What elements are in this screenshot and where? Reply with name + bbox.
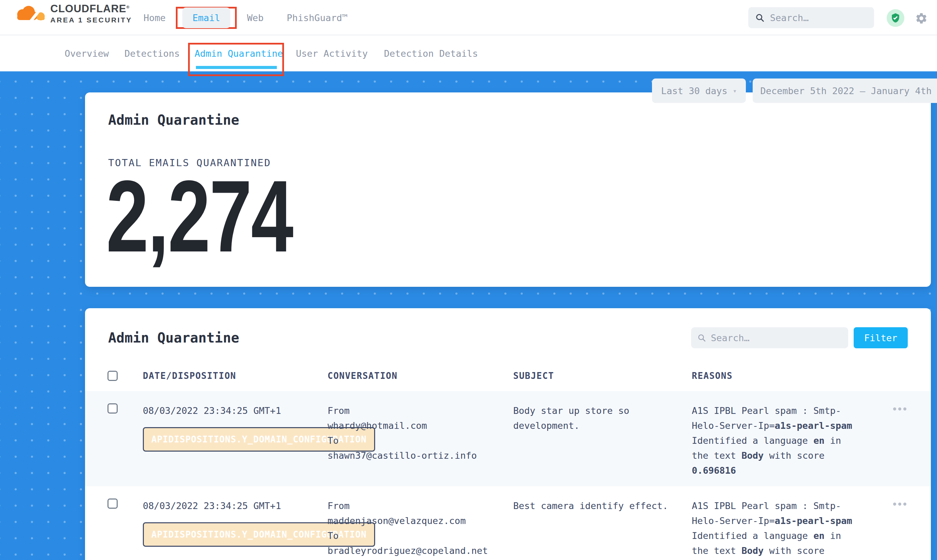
tab-detections[interactable]: Detections xyxy=(125,35,180,71)
to-label: To xyxy=(327,433,506,448)
table-row: 08/03/2022 23:34:25 GMT+1 APIDISPOSITION… xyxy=(85,391,931,486)
row-checkbox[interactable] xyxy=(108,403,118,414)
from-address: whardy@hotmail.com xyxy=(327,418,506,433)
global-search[interactable] xyxy=(748,7,874,28)
date-disposition-cell: 08/03/2022 23:34:25 GMT+1 APIDISPOSITION… xyxy=(143,403,327,452)
cloudflare-logo[interactable]: CLOUDFLARE® AREA 1 SECURITY xyxy=(12,3,132,24)
to-address: shawn37@castillo-ortiz.info xyxy=(327,448,506,463)
annotation-box: Email xyxy=(176,7,237,29)
table-card-title: Admin Quarantine xyxy=(108,330,239,346)
row-date: 08/03/2022 23:34:25 GMT+1 xyxy=(143,498,321,514)
from-label: From xyxy=(327,498,506,514)
page: CLOUDFLARE® AREA 1 SECURITY Home Email W… xyxy=(0,0,937,560)
table-search[interactable] xyxy=(691,327,848,348)
row-date: 08/03/2022 23:34:25 GMT+1 xyxy=(143,403,321,418)
nav-item-email[interactable]: Email xyxy=(182,8,230,28)
nav-item-phishguard[interactable]: PhishGuard™ xyxy=(279,12,355,23)
to-label: To xyxy=(327,528,506,543)
global-search-input[interactable] xyxy=(770,12,867,23)
select-all-checkbox[interactable] xyxy=(108,371,118,381)
summary-card-title: Admin Quarantine xyxy=(108,112,239,128)
shield-check-icon xyxy=(890,12,901,23)
conversation-cell: From maddenjason@velazquez.com To bradle… xyxy=(327,498,513,558)
tab-user-activity[interactable]: User Activity xyxy=(296,35,367,71)
ellipsis-icon xyxy=(893,503,896,506)
settings-button[interactable] xyxy=(915,12,928,25)
row-checkbox[interactable] xyxy=(108,498,118,509)
email-subnav: Overview Detections Admin Quarantine Use… xyxy=(0,35,937,71)
ellipsis-icon xyxy=(893,408,896,411)
active-tab-underline xyxy=(196,66,277,69)
search-icon xyxy=(755,13,764,22)
to-address: bradleyrodriguez@copeland.net xyxy=(327,543,506,558)
filter-button[interactable]: Filter xyxy=(854,327,908,348)
search-icon xyxy=(697,333,706,342)
table-search-input[interactable] xyxy=(711,333,842,343)
column-header-date-disposition: DATE/DISPOSITION xyxy=(143,371,327,381)
logo-brand: CLOUDFLARE® xyxy=(50,3,132,15)
column-header-subject: SUBJECT xyxy=(513,371,692,381)
quarantine-table-card: Admin Quarantine Filter DATE/DISPOSITION… xyxy=(85,308,931,560)
from-address: maddenjason@velazquez.com xyxy=(327,514,506,528)
reasons-cell: A1S IPBL Pearl spam : Smtp-Helo-Server-I… xyxy=(692,498,869,560)
column-header-reasons: REASONS xyxy=(692,371,869,381)
metric-value: 2,274 xyxy=(106,165,292,267)
top-navigation: Home Email Web PhishGuard™ xyxy=(136,0,355,35)
table-row: 08/03/2022 23:34:25 GMT+1 APIDISPOSITION… xyxy=(85,486,931,560)
verified-status-badge[interactable] xyxy=(887,9,905,27)
cloudflare-cloud-icon xyxy=(12,3,46,24)
column-header-conversation: CONVERSATION xyxy=(327,371,513,381)
top-header: CLOUDFLARE® AREA 1 SECURITY Home Email W… xyxy=(0,0,937,35)
logo-sub-brand: AREA 1 SECURITY xyxy=(50,16,132,24)
content-background: Admin Quarantine TOTAL EMAILS QUARANTINE… xyxy=(0,71,937,560)
date-disposition-cell: 08/03/2022 23:34:25 GMT+1 APIDISPOSITION… xyxy=(143,498,327,547)
date-range-label: December 5th 2022 — January 4th 2023 xyxy=(760,86,937,96)
tab-detection-details[interactable]: Detection Details xyxy=(384,35,478,71)
reasons-cell: A1S IPBL Pearl spam : Smtp-Helo-Server-I… xyxy=(692,403,869,478)
period-selector[interactable]: Last 30 days ▾ xyxy=(652,78,746,103)
gear-icon xyxy=(915,12,928,25)
quarantine-summary-card: Admin Quarantine TOTAL EMAILS QUARANTINE… xyxy=(85,92,931,287)
row-menu-button[interactable] xyxy=(893,498,906,506)
subject-cell: Best camera identify effect. xyxy=(513,498,692,514)
row-menu-button[interactable] xyxy=(893,403,906,411)
period-selector-label: Last 30 days xyxy=(661,86,727,96)
registered-mark: ® xyxy=(127,5,130,9)
chevron-down-icon: ▾ xyxy=(733,87,737,94)
nav-item-home[interactable]: Home xyxy=(136,12,173,23)
tab-overview[interactable]: Overview xyxy=(65,35,109,71)
nav-item-web[interactable]: Web xyxy=(239,12,271,23)
table-header-row: DATE/DISPOSITION CONVERSATION SUBJECT RE… xyxy=(85,360,931,391)
from-label: From xyxy=(327,403,506,418)
subject-cell: Body star up store so development. xyxy=(513,403,692,433)
conversation-cell: From whardy@hotmail.com To shawn37@casti… xyxy=(327,403,513,463)
date-range-display[interactable]: December 5th 2022 — January 4th 2023 xyxy=(753,78,937,103)
table-card-header: Admin Quarantine Filter xyxy=(85,308,931,348)
